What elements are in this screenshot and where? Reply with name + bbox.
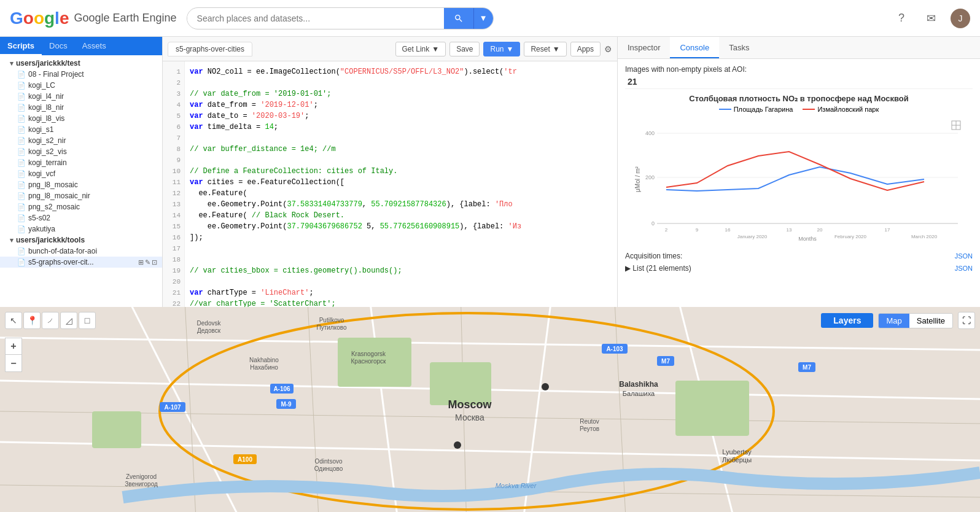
legend-item-2: Измайловский парк <box>803 106 879 113</box>
logo-area: Google Google Earth Engine <box>10 9 177 28</box>
tree-folder-test[interactable]: ▾ users/jarickkk/test <box>0 58 162 69</box>
tab-assets[interactable]: Assets <box>75 37 114 55</box>
tab-inspector[interactable]: Inspector <box>618 37 670 58</box>
map-tool-rect[interactable]: □ <box>79 312 96 329</box>
tree-folder-tools[interactable]: ▾ users/jarickkk/tools <box>0 235 162 246</box>
google-logo: Google <box>10 9 69 28</box>
svg-text:M-9: M-9 <box>281 401 292 408</box>
svg-text:Moskva River: Moskva River <box>496 482 537 489</box>
svg-text:A-103: A-103 <box>606 346 623 352</box>
map-type-satellite-button[interactable]: Satellite <box>909 314 952 328</box>
svg-text:9: 9 <box>696 227 699 233</box>
file-tree: ▾ users/jarickkk/test 📄 08 - Final Proje… <box>0 55 162 307</box>
map-tools-row: ↖ 📍 ⟋ ◿ □ <box>5 312 96 329</box>
tree-file-kogi-terrain[interactable]: 📄 kogi_terrain <box>0 157 162 168</box>
right-panel: Inspector Console Tasks Images with non-… <box>618 37 980 307</box>
console-line-2: 21 <box>625 76 973 87</box>
acquisition-section: Acquisition times: JSON ▶ List (21 eleme… <box>625 250 973 274</box>
svg-text:Balashikha: Balashikha <box>619 380 658 389</box>
run-button[interactable]: Run ▼ <box>483 42 520 56</box>
editor-file-tab[interactable]: s5-graphs-over-cities <box>168 42 252 56</box>
left-panel: Scripts Docs Assets ▾ users/jarickkk/tes… <box>0 37 163 307</box>
svg-text:A-106: A-106 <box>273 386 290 392</box>
layers-button[interactable]: Layers <box>821 313 873 328</box>
map-marker-2[interactable] <box>454 441 461 449</box>
code-content[interactable]: var NO2_coll = ee.ImageCollection("COPER… <box>185 61 617 307</box>
acquisition-json-btn[interactable]: JSON <box>955 250 973 262</box>
code-area[interactable]: 123456789101112131415161718192021222324 … <box>163 61 617 307</box>
get-link-button[interactable]: Get Link ▼ <box>395 42 446 56</box>
bottom-section: A-107 A-106 A100 Moscow Москва Dedovsk Д… <box>0 307 980 512</box>
svg-text:A-107: A-107 <box>164 404 181 411</box>
tab-docs[interactable]: Docs <box>42 37 75 55</box>
file-action-icon-1[interactable]: ⊞ <box>138 258 144 266</box>
acquisition-line: Acquisition times: JSON <box>625 250 973 262</box>
tree-file-final-project[interactable]: 📄 08 - Final Project <box>0 69 162 80</box>
tree-file-kogi-s2-vis[interactable]: 📄 kogi_s2_vis <box>0 146 162 157</box>
tree-file-png-l8-mosaic[interactable]: 📄 png_l8_mosaic <box>0 179 162 190</box>
search-input[interactable] <box>187 14 444 23</box>
tree-file-kogi-s1[interactable]: 📄 kogi_s1 <box>0 124 162 135</box>
chart-svg: μMol / m² 400 200 0 2 9 <box>632 118 964 241</box>
tree-file-s5-graphs[interactable]: 📄 s5-graphs-over-cit... ⊞ ✎ ⊡ <box>0 257 162 268</box>
map-svg: A-107 A-106 A100 Moscow Москва Dedovsk Д… <box>0 307 980 512</box>
search-bar[interactable]: ▼ <box>187 7 494 29</box>
tree-file-s5-s02[interactable]: 📄 s5-s02 <box>0 212 162 223</box>
tree-file-kogi-lc[interactable]: 📄 kogi_LC <box>0 80 162 91</box>
apps-button[interactable]: Apps <box>570 42 601 56</box>
map-marker-1[interactable] <box>542 383 549 390</box>
settings-icon[interactable]: ⚙ <box>604 44 612 54</box>
right-panel-tabs: Inspector Console Tasks <box>618 37 980 59</box>
zoom-controls: + − <box>5 338 22 372</box>
tree-file-kogi-l8-vis[interactable]: 📄 kogi_l8_vis <box>0 113 162 124</box>
svg-text:Люберцы: Люберцы <box>722 456 752 464</box>
notifications-button[interactable]: ✉ <box>921 9 941 28</box>
svg-text:Реутов: Реутов <box>580 425 599 432</box>
search-button[interactable] <box>444 7 473 29</box>
tree-file-kogi-vcf[interactable]: 📄 kogi_vcf <box>0 168 162 179</box>
map-tool-pointer[interactable]: ↖ <box>5 312 22 329</box>
tab-tasks[interactable]: Tasks <box>719 37 759 58</box>
save-button[interactable]: Save <box>449 42 480 56</box>
svg-text:Odintsovo: Odintsovo <box>314 458 342 465</box>
svg-text:Nakhabino: Nakhabino <box>249 357 279 363</box>
tab-console[interactable]: Console <box>670 37 719 58</box>
tree-file-kogi-l4-nir[interactable]: 📄 kogi_l4_nir <box>0 91 162 102</box>
reset-button[interactable]: Reset ▼ <box>524 42 566 56</box>
chart-container: Столбцовая плотность NO₂ в тропосфере на… <box>625 88 973 246</box>
svg-text:Москва: Москва <box>455 413 484 422</box>
svg-text:Нахабино: Нахабино <box>250 364 278 371</box>
svg-text:Путилково: Путилково <box>317 324 347 331</box>
avatar[interactable]: J <box>951 9 970 28</box>
map-tool-marker[interactable]: 📍 <box>23 312 41 329</box>
file-action-icon-3[interactable]: ⊡ <box>152 258 157 266</box>
svg-text:Красногорск: Красногорск <box>351 358 387 365</box>
tree-file-png-s2-mosaic[interactable]: 📄 png_s2_mosaic <box>0 201 162 212</box>
svg-text:January 2020: January 2020 <box>737 234 768 239</box>
map-tool-polygon[interactable]: ◿ <box>60 312 77 329</box>
map-tool-line[interactable]: ⟋ <box>42 312 59 329</box>
svg-text:Дедовск: Дедовск <box>197 327 221 334</box>
tree-file-bunch-of-data[interactable]: 📄 bunch-of-data-for-aoi <box>0 246 162 257</box>
file-action-icon-2[interactable]: ✎ <box>145 258 150 266</box>
tab-scripts[interactable]: Scripts <box>0 37 42 55</box>
svg-text:16: 16 <box>725 227 731 233</box>
tree-file-png-l8-mosaic-nir[interactable]: 📄 png_l8_mosaic_nir <box>0 190 162 201</box>
help-button[interactable]: ? <box>892 9 911 28</box>
map-top-right-controls: Layers Map Satellite ⛶ <box>821 312 975 329</box>
zoom-in-button[interactable]: + <box>5 338 22 355</box>
fullscreen-button[interactable]: ⛶ <box>958 312 975 329</box>
chart-line-red <box>666 152 924 190</box>
tree-file-kogi-s2-nir[interactable]: 📄 kogi_s2_nir <box>0 135 162 146</box>
zoom-out-button[interactable]: − <box>5 355 22 372</box>
svg-text:Putilkovo: Putilkovo <box>319 317 344 324</box>
tree-file-yakutiya[interactable]: 📄 yakutiya <box>0 223 162 235</box>
map-type-map-button[interactable]: Map <box>879 314 909 328</box>
search-dropdown-button[interactable]: ▼ <box>473 7 493 29</box>
map-area[interactable]: A-107 A-106 A100 Moscow Москва Dedovsk Д… <box>0 307 980 512</box>
tree-file-kogi-l8-nir[interactable]: 📄 kogi_l8_nir <box>0 102 162 113</box>
list-line: ▶ List (21 elements) JSON <box>625 263 973 274</box>
line-numbers: 123456789101112131415161718192021222324 <box>163 61 185 307</box>
list-json-btn[interactable]: JSON <box>955 263 973 274</box>
legend-line-blue <box>719 109 731 110</box>
